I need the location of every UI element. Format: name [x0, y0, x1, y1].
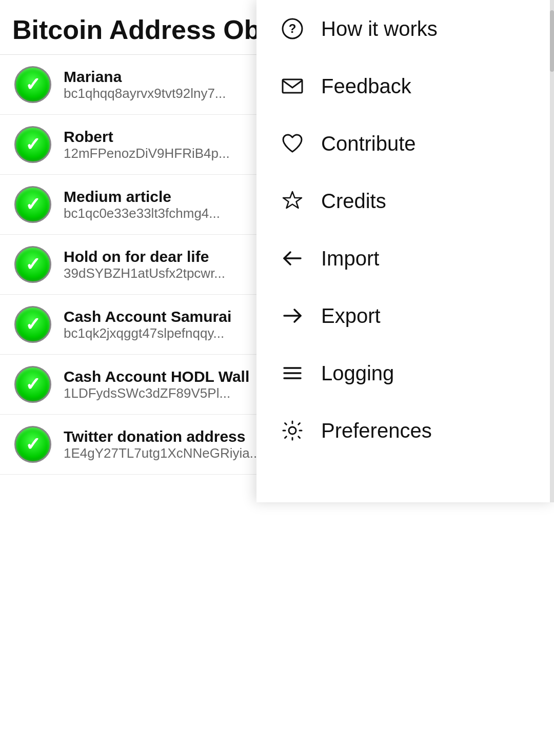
status-icon: ✓: [14, 306, 51, 343]
svg-point-8: [289, 427, 296, 434]
arrow-left-icon: [279, 245, 306, 272]
menu-item-contribute[interactable]: Contribute: [256, 115, 554, 172]
status-icon: ✓: [14, 66, 51, 103]
item-text: Robert 12mFPenozDiV9HFRiB4p...: [64, 128, 230, 161]
menu-label-export: Export: [321, 304, 381, 328]
item-address: bc1qc0e33e33lt3fchmg4...: [64, 206, 220, 221]
item-text: Cash Account HODL Wall 1LDFydsSWc3dZF89V…: [64, 368, 249, 401]
menu-label-contribute: Contribute: [321, 132, 416, 155]
list-icon: [279, 360, 306, 386]
menu-label-preferences: Preferences: [321, 419, 432, 442]
question-circle-icon: ?: [279, 15, 306, 42]
status-icon: ✓: [14, 126, 51, 163]
menu-item-logging[interactable]: Logging: [256, 344, 554, 402]
item-address: 12mFPenozDiV9HFRiB4p...: [64, 146, 230, 161]
menu-label-credits: Credits: [321, 190, 386, 213]
main-content: Bitcoin Address Obser ✓ Mariana bc1qhqq8…: [0, 0, 554, 756]
menu-item-credits[interactable]: Credits: [256, 172, 554, 230]
status-icon: ✓: [14, 186, 51, 223]
checkmark-icon: ✓: [25, 255, 41, 274]
star-icon: [279, 188, 306, 214]
menu-label-how-it-works: How it works: [321, 17, 438, 40]
mail-icon: [279, 73, 306, 99]
checkmark-icon: ✓: [25, 315, 41, 334]
item-address: 1E4gY27TL7utg1XcNNeGRiyia...: [64, 445, 261, 461]
item-address: 1LDFydsSWc3dZF89V5Pl...: [64, 385, 249, 401]
item-name: Mariana: [64, 68, 226, 86]
menu-item-how-it-works[interactable]: ? How it works: [256, 0, 554, 57]
item-text: Mariana bc1qhqq8ayrvx9tvt92lny7...: [64, 68, 226, 101]
menu-label-feedback: Feedback: [321, 75, 411, 98]
dropdown-menu: ? How it works Feedback Contribute: [256, 0, 554, 502]
heart-icon: [279, 130, 306, 157]
arrow-right-icon: [279, 302, 306, 329]
item-text: Medium article bc1qc0e33e33lt3fchmg4...: [64, 188, 220, 221]
menu-item-export[interactable]: Export: [256, 287, 554, 344]
gear-icon: [279, 417, 306, 444]
item-address: 39dSYBZH1atUsfx2tpcwr...: [64, 265, 225, 281]
scrollbar-thumb[interactable]: [550, 10, 554, 72]
status-icon: ✓: [14, 426, 51, 463]
status-icon: ✓: [14, 366, 51, 403]
menu-item-import[interactable]: Import: [256, 230, 554, 287]
status-icon: ✓: [14, 246, 51, 283]
item-address: bc1qhqq8ayrvx9tvt92lny7...: [64, 86, 226, 101]
item-text: Cash Account Samurai bc1qk2jxqggt47slpef…: [64, 308, 231, 341]
item-name: Hold on for dear life: [64, 248, 225, 265]
svg-text:?: ?: [289, 22, 296, 35]
svg-rect-2: [283, 79, 302, 93]
item-name: Cash Account HODL Wall: [64, 368, 249, 385]
item-name: Robert: [64, 128, 230, 146]
menu-label-import: Import: [321, 247, 379, 270]
item-name: Medium article: [64, 188, 220, 206]
checkmark-icon: ✓: [25, 435, 41, 454]
item-text: Hold on for dear life 39dSYBZH1atUsfx2tp…: [64, 248, 225, 281]
menu-item-feedback[interactable]: Feedback: [256, 57, 554, 115]
checkmark-icon: ✓: [25, 375, 41, 394]
scrollbar-track[interactable]: [550, 0, 554, 502]
checkmark-icon: ✓: [25, 195, 41, 214]
menu-label-logging: Logging: [321, 362, 394, 385]
checkmark-icon: ✓: [25, 75, 41, 94]
item-name: Cash Account Samurai: [64, 308, 231, 325]
item-address: bc1qk2jxqggt47slpefnqqy...: [64, 325, 231, 341]
menu-item-preferences[interactable]: Preferences: [256, 402, 554, 459]
checkmark-icon: ✓: [25, 135, 41, 154]
